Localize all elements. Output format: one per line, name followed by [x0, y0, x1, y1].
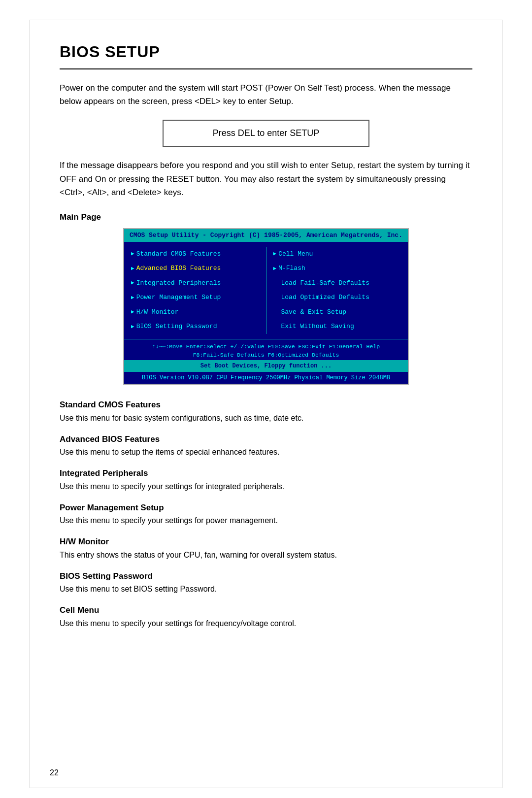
menu-sections: Standard CMOS FeaturesUse this menu for … — [60, 399, 472, 630]
menu-section-desc: Use this menu to specify your settings f… — [60, 481, 472, 493]
bios-left-item: ▶ Standard CMOS Features — [131, 247, 259, 262]
page-title: BIOS SETUP — [60, 40, 472, 69]
intro-paragraph: Power on the computer and the system wil… — [60, 81, 472, 108]
bios-left-col: ▶ Standard CMOS Features▶ Advanced BIOS … — [124, 247, 266, 334]
menu-section-desc: Use this menu for basic system configura… — [60, 412, 472, 424]
menu-section: Advanced BIOS FeaturesUse this menu to s… — [60, 433, 472, 459]
page-number: 22 — [50, 767, 59, 779]
bios-version-bar: BIOS Version V10.0B7 CPU Frequency 2500M… — [124, 372, 408, 384]
menu-section-title: Cell Menu — [60, 604, 472, 617]
bios-left-item: ▶ Integrated Peripherals — [131, 276, 259, 291]
bios-footer-line1: ↑↓→←:Move Enter:Select +/-/:Value F10:Sa… — [129, 342, 403, 351]
menu-section-desc: Use this menu to set BIOS setting Passwo… — [60, 583, 472, 595]
bios-footer-line2: F8:Fail-Safe Defaults F6:Optimized Defau… — [129, 351, 403, 359]
bios-left-item: ▶ Advanced BIOS Features — [131, 261, 259, 276]
menu-section: H/W MonitorThis entry shows the status o… — [60, 535, 472, 561]
bios-right-item: Exit Without Saving — [273, 319, 401, 334]
menu-section: Cell MenuUse this menu to specify your s… — [60, 604, 472, 630]
menu-section-title: Power Management Setup — [60, 501, 472, 514]
menu-section-desc: Use this menu to specify your settings f… — [60, 618, 472, 630]
menu-section-title: Standard CMOS Features — [60, 399, 472, 411]
bios-footer: ↑↓→←:Move Enter:Select +/-/:Value F10:Sa… — [124, 339, 408, 361]
bios-right-item: Load Optimized Defaults — [273, 290, 401, 305]
menu-section-title: Integrated Peripherals — [60, 467, 472, 480]
menu-section: Power Management SetupUse this menu to s… — [60, 501, 472, 527]
menu-section-desc: Use this menu to setup the items of spec… — [60, 446, 472, 458]
menu-section: BIOS Setting PasswordUse this menu to se… — [60, 570, 472, 596]
menu-section-title: BIOS Setting Password — [60, 570, 472, 583]
bios-screen: CMOS Setup Utility - Copyright (C) 1985-… — [123, 228, 409, 385]
menu-section: Integrated PeripheralsUse this menu to s… — [60, 467, 472, 493]
bios-left-item: ▶ H/W Monitor — [131, 305, 259, 320]
page-container: BIOS SETUP Power on the computer and the… — [30, 20, 502, 788]
main-page-heading: Main Page — [60, 211, 472, 224]
second-paragraph: If the message disappears before you res… — [60, 159, 472, 199]
bios-right-item: ▶ Cell Menu — [273, 247, 401, 262]
bios-left-item: ▶ Power Management Setup — [131, 290, 259, 305]
bios-right-item: Save & Exit Setup — [273, 305, 401, 320]
bios-title-bar: CMOS Setup Utility - Copyright (C) 1985-… — [124, 229, 408, 242]
menu-section: Standard CMOS FeaturesUse this menu for … — [60, 399, 472, 424]
menu-section-desc: Use this menu to specify your settings f… — [60, 515, 472, 527]
press-del-label: Press DEL to enter SETUP — [213, 128, 319, 138]
bios-left-item: ▶ BIOS Setting Password — [131, 319, 259, 334]
bios-status-bar: Set Boot Devices, Floppy function ... — [124, 360, 408, 372]
menu-section-title: Advanced BIOS Features — [60, 433, 472, 446]
bios-right-col: ▶ Cell Menu▶ M-FlashLoad Fail-Safe Defau… — [266, 247, 408, 334]
bios-right-item: Load Fail-Safe Defaults — [273, 276, 401, 291]
bios-content: ▶ Standard CMOS Features▶ Advanced BIOS … — [124, 242, 408, 334]
menu-section-desc: This entry shows the status of your CPU,… — [60, 549, 472, 561]
press-del-box: Press DEL to enter SETUP — [163, 120, 369, 147]
menu-section-title: H/W Monitor — [60, 535, 472, 548]
bios-right-item: ▶ M-Flash — [273, 261, 401, 276]
